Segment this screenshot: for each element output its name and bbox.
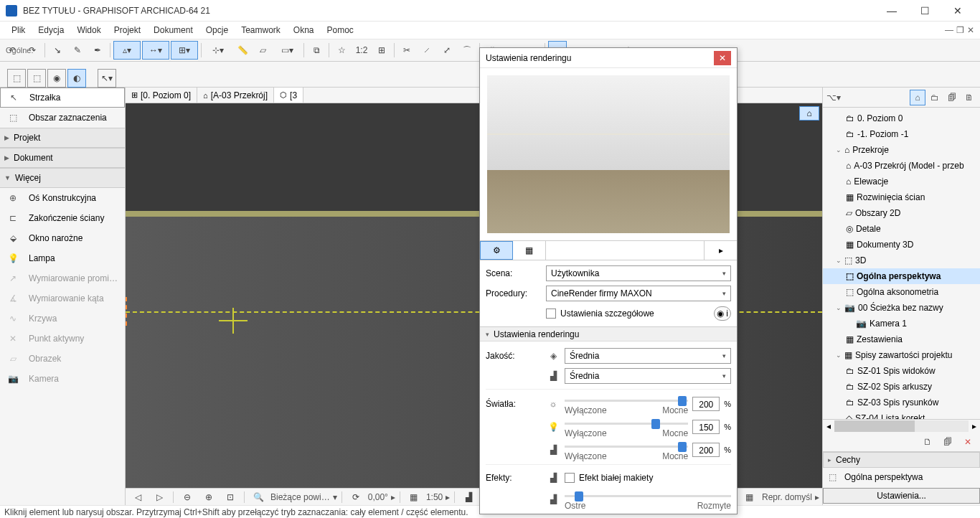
tree-item[interactable]: ⌄ ⌂ Przekroje [823,142,980,158]
snap-point-button[interactable]: ⊞▾ [171,41,198,60]
angle-field[interactable]: 0,00° [368,492,388,502]
sel-mode1-button[interactable]: ⬚ [7,69,26,88]
mini-close-icon[interactable]: ✕ [967,25,974,35]
sun-value[interactable]: 200 [692,397,720,411]
section-icon[interactable]: ▟ [459,488,478,507]
tree-item[interactable]: ▦ Zestawienia [823,331,980,347]
group-projekt[interactable]: ▶Projekt [0,128,125,148]
arrow-mode-button[interactable]: ↖▾ [98,69,116,88]
tree-item[interactable]: ◇ SZ-04 Lista korekt [823,410,980,419]
nav-menu-button[interactable]: ⌥▾ [826,90,842,105]
tab-przekroj[interactable]: ⌂ [A-03 Przekrój] [197,88,274,103]
lamp-slider[interactable] [565,415,688,433]
sel-mode3-button[interactable]: ◉ [47,69,66,88]
tab-3d[interactable]: ⬡ [3 [274,88,303,103]
magnify-icon[interactable]: 🔍 [249,488,268,507]
snap-grid-button[interactable]: ↔▾ [142,41,169,60]
zoom-prev-icon[interactable]: ◁ [128,488,147,507]
tree-item[interactable]: 🗀 SZ-02 Spis arkuszy [823,379,980,395]
settings-button[interactable]: Ustawienia... [823,488,980,504]
trace-button[interactable]: ⧉ [307,41,326,60]
menu-opcje[interactable]: Opcje [200,24,234,37]
zoom-fit-icon[interactable]: ⊡ [221,488,240,507]
new-view-button[interactable]: 🗋 [920,434,936,450]
zoom-in-icon[interactable]: ⊕ [199,488,218,507]
shadow-select[interactable]: Średnia▾ [565,368,731,384]
favorite-button[interactable]: ☆ [332,41,351,60]
tree-item[interactable]: ▦ Dokumenty 3D [823,237,980,253]
menu-pomoc[interactable]: Pomoc [321,24,359,37]
sel-mode4-button[interactable]: ◐ [67,69,86,88]
tree-item[interactable]: ⬚ Ogólna aksonometria [823,284,980,300]
dialog-close-button[interactable]: ✕ [714,51,731,65]
tree-item[interactable]: 📷 Kamera 1 [823,316,980,331]
pick-button[interactable]: ↘ [48,41,67,60]
white-maquette-checkbox[interactable] [565,473,575,483]
minimize-button[interactable]: — [875,0,908,22]
quality-select[interactable]: Średnia▾ [565,348,731,364]
split-button[interactable]: ⤢ [438,41,456,60]
ambient-value[interactable]: 200 [692,443,720,457]
menu-projekt[interactable]: Projekt [108,24,146,37]
tree-item[interactable]: 🗀 SZ-03 Spis rysunków [823,395,980,410]
tab-poziom0[interactable]: ⊞ [0. Poziom 0] [126,88,197,103]
plane-button[interactable]: ▱ [253,41,272,60]
tool-marquee[interactable]: ⬚ Obszar zaznaczenia [0,108,125,128]
tree-item[interactable]: ⌄ ▦ Spisy zawartości projektu [823,347,980,363]
cut-button[interactable]: ✂ [397,41,416,60]
blur-slider[interactable] [565,488,731,505]
repr-field[interactable]: Repr. domyśl [762,492,812,502]
repr-icon[interactable]: ▦ [740,488,759,507]
layer-dd-button[interactable]: ▭▾ [273,41,301,60]
delete-view-button[interactable]: ✕ [960,434,976,450]
menu-teamwork[interactable]: Teamwork [235,24,286,37]
tree-item[interactable]: ⌄ ⬚ 3D [823,253,980,268]
nav-tab-layouts[interactable]: 🗐 [944,90,960,105]
render-section-header[interactable]: ▾Ustawienia renderingu [480,327,737,342]
zoom-scope[interactable]: Bieżące powi… [270,492,330,502]
menu-dokument[interactable]: Dokument [148,24,199,37]
tree-item[interactable]: 🗀 -1. Poziom -1 [823,126,980,142]
rotate-icon[interactable]: ⟳ [347,488,365,507]
zoom-next-icon[interactable]: ▷ [150,488,169,507]
engine-select[interactable]: CineRender firmy MAXON▾ [546,286,731,301]
tree-item-selected[interactable]: ⬚ Ogólna perspektywa [823,268,980,284]
sun-slider[interactable] [565,392,688,410]
menu-edycja[interactable]: Edycja [32,24,70,37]
dlg-tab-size[interactable]: ▦ [513,241,546,260]
group-wiecej[interactable]: ▼Więcej [0,168,125,188]
tool-lamp[interactable]: 💡Lampa [0,248,125,268]
tree-item[interactable]: ⌄ 📷 00 Ścieżka bez nazwy [823,300,980,316]
grid-dd-button[interactable]: ⊹▾ [204,41,232,60]
mini-minimize-icon[interactable]: — [945,25,953,35]
tool-axis[interactable]: ⊕Oś Konstrukcyjna [0,188,125,208]
snap-angle-button[interactable]: ▵▾ [113,41,141,60]
dlg-tab-expand[interactable]: ▸ [704,241,737,260]
pen-button[interactable]: ⊞ [372,41,391,60]
tree-item[interactable]: 🗀 SZ-01 Spis widoków [823,363,980,379]
tree-item[interactable]: ⌂ Elewacje [823,174,980,189]
adjust-button[interactable]: ⟋ [418,41,436,60]
mini-restore-icon[interactable]: ❐ [956,25,964,35]
engine-info-button[interactable]: ◉ i [714,306,731,321]
detailed-checkbox[interactable] [546,309,556,319]
dup-view-button[interactable]: 🗐 [940,434,956,450]
features-header[interactable]: ▸Cechy [823,452,980,468]
nav-tab-publisher[interactable]: 🗎 [961,90,977,105]
scale-icon[interactable]: ▦ [405,488,423,507]
group-dokument[interactable]: ▶Dokument [0,148,125,168]
tool-arrow[interactable]: ↖ Strzałka [0,88,125,108]
tool-corner[interactable]: ⬙Okno narożne [0,228,125,248]
scene-select[interactable]: Użytkownika▾ [546,265,731,281]
tree-item[interactable]: ▱ Obszary 2D [823,205,980,221]
scale-button[interactable]: 1:2 [352,41,371,60]
ambient-slider[interactable] [565,438,688,456]
fillet-button[interactable]: ⌒ [458,41,476,60]
tree-item[interactable]: ▦ Rozwinięcia ścian [823,189,980,205]
tool-wallend[interactable]: ⊏Zakończenie ściany [0,208,125,228]
measure-button[interactable]: ✎ [68,41,87,60]
nav-tab-views[interactable]: 🗀 [927,90,943,105]
tree-hscroll[interactable]: ◂ ▸ [823,419,980,432]
nav-tab-project[interactable]: ⌂ [910,90,925,105]
sel-mode2-button[interactable]: ⬚ [27,69,46,88]
